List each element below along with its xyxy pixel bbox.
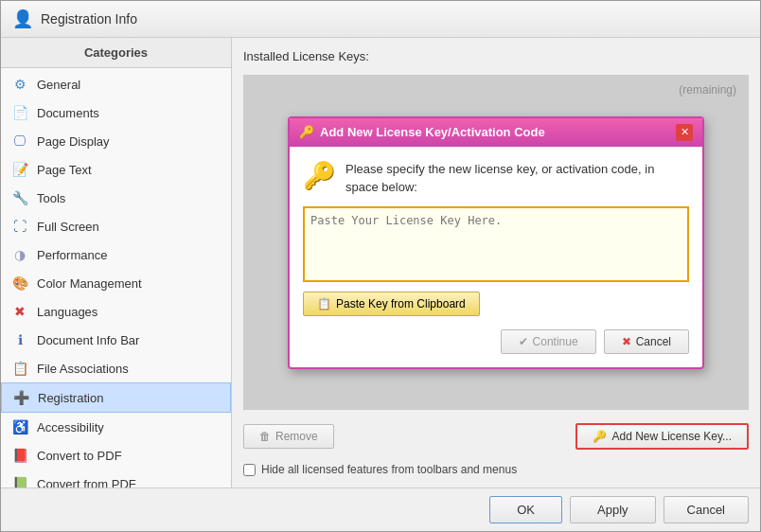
add-license-dialog: 🔑 Add New License Key/Activation Code ✕ … xyxy=(288,116,704,369)
sidebar-item-languages[interactable]: ✖Languages xyxy=(1,297,231,326)
registration-icon: ➕ xyxy=(11,388,30,407)
add-license-button[interactable]: 🔑 Add New License Key... xyxy=(575,423,749,450)
modal-title-icon: 🔑 xyxy=(299,125,314,139)
dialog-title: Registration Info xyxy=(41,11,137,27)
remove-button[interactable]: 🗑 Remove xyxy=(243,424,334,449)
license-key-input[interactable] xyxy=(303,206,689,282)
sidebar-item-label-general: General xyxy=(37,78,80,92)
sidebar-item-label-document-info-bar: Document Info Bar xyxy=(37,333,139,347)
sidebar-item-registration[interactable]: ➕Registration xyxy=(1,382,231,413)
accessibility-icon: ♿ xyxy=(10,417,29,436)
sidebar-item-label-documents: Documents xyxy=(37,106,99,120)
languages-icon: ✖ xyxy=(10,302,29,321)
modal-cancel-button[interactable]: ✖ Cancel xyxy=(604,329,689,354)
sidebar-item-label-page-text: Page Text xyxy=(37,163,92,177)
page-display-icon: 🖵 xyxy=(10,132,29,151)
tools-icon: 🔧 xyxy=(10,188,29,207)
main-dialog: 👤 Registration Info Categories ⚙General📄… xyxy=(0,0,761,532)
sidebar-item-convert-to-pdf[interactable]: 📕Convert to PDF xyxy=(1,441,231,470)
sidebar-item-label-tools: Tools xyxy=(37,191,65,205)
sidebar-item-label-page-display: Page Display xyxy=(37,134,110,149)
main-content: Installed License Keys: (remaining) 🔑 Ad… xyxy=(232,38,760,488)
hide-features-checkbox[interactable] xyxy=(243,464,256,476)
dialog-header: 👤 Registration Info xyxy=(1,1,760,38)
sidebar-list: ⚙General📄Documents🖵Page Display📝Page Tex… xyxy=(1,68,231,488)
add-key-icon: 🔑 xyxy=(593,430,607,443)
apply-button[interactable]: Apply xyxy=(570,496,656,523)
sidebar-item-file-associations[interactable]: 📋File Associations xyxy=(1,354,231,382)
dialog-body: Categories ⚙General📄Documents🖵Page Displ… xyxy=(1,38,760,488)
page-text-icon: 📝 xyxy=(10,160,29,179)
sidebar-item-document-info-bar[interactable]: ℹDocument Info Bar xyxy=(1,326,231,354)
paste-from-clipboard-button[interactable]: 📋 Paste Key from Clipboard xyxy=(303,292,480,316)
convert-from-pdf-icon: 📗 xyxy=(10,474,29,488)
license-area: (remaining) 🔑 Add New License Key/Activa… xyxy=(243,75,749,410)
sidebar-item-accessibility[interactable]: ♿Accessibility xyxy=(1,413,231,441)
clipboard-icon: 📋 xyxy=(317,297,331,310)
modal-actions: ✔ Continue ✖ Cancel xyxy=(303,329,689,354)
modal-info-text: Please specify the new license key, or a… xyxy=(345,160,689,197)
sidebar-item-documents[interactable]: 📄Documents xyxy=(1,98,231,127)
general-icon: ⚙ xyxy=(10,75,29,94)
sidebar-item-page-display[interactable]: 🖵Page Display xyxy=(1,127,231,155)
sidebar-item-color-management[interactable]: 🎨Color Management xyxy=(1,269,231,297)
key-icon: 🔑 xyxy=(303,160,336,191)
modal-info-row: 🔑 Please specify the new license key, or… xyxy=(303,160,689,197)
performance-icon: ◑ xyxy=(10,245,29,264)
continue-label: Continue xyxy=(533,335,578,348)
modal-body: 🔑 Please specify the new license key, or… xyxy=(290,147,702,367)
color-management-icon: 🎨 xyxy=(10,274,29,293)
modal-titlebar: 🔑 Add New License Key/Activation Code ✕ xyxy=(290,118,702,147)
hide-features-row: Hide all licensed features from toolbars… xyxy=(243,463,749,476)
sidebar-item-label-convert-from-pdf: Convert from PDF xyxy=(37,477,136,488)
sidebar-item-label-languages: Languages xyxy=(37,305,97,319)
document-info-bar-icon: ℹ xyxy=(10,330,29,349)
sidebar-item-label-file-associations: File Associations xyxy=(37,362,129,376)
ok-button[interactable]: OK xyxy=(489,496,562,523)
header-icon: 👤 xyxy=(12,9,33,29)
full-screen-icon: ⛶ xyxy=(10,217,29,236)
add-license-label: Add New License Key... xyxy=(611,430,732,443)
installed-license-label: Installed License Keys: xyxy=(243,49,749,63)
sidebar-item-tools[interactable]: 🔧Tools xyxy=(1,184,231,212)
remove-icon: 🗑 xyxy=(259,430,271,443)
cancel-icon: ✖ xyxy=(622,335,631,348)
continue-button: ✔ Continue xyxy=(501,329,596,354)
modal-titlebar-left: 🔑 Add New License Key/Activation Code xyxy=(299,125,545,139)
remove-label: Remove xyxy=(275,430,318,443)
convert-to-pdf-icon: 📕 xyxy=(10,446,29,465)
sidebar-item-label-accessibility: Accessibility xyxy=(37,420,104,434)
cancel-button[interactable]: Cancel xyxy=(664,496,749,523)
sidebar: Categories ⚙General📄Documents🖵Page Displ… xyxy=(1,38,232,488)
sidebar-item-full-screen[interactable]: ⛶Full Screen xyxy=(1,212,231,240)
main-panel-bottom: 🗑 Remove 🔑 Add New License Key... xyxy=(243,417,749,455)
sidebar-item-label-color-management: Color Management xyxy=(37,276,142,291)
sidebar-item-convert-from-pdf[interactable]: 📗Convert from PDF xyxy=(1,470,231,488)
sidebar-header: Categories xyxy=(1,38,231,68)
paste-btn-label: Paste Key from Clipboard xyxy=(336,297,466,310)
sidebar-item-performance[interactable]: ◑Performance xyxy=(1,240,231,269)
sidebar-item-label-performance: Performance xyxy=(37,248,107,262)
registration-info-panel: Installed License Keys: (remaining) 🔑 Ad… xyxy=(243,49,749,476)
modal-cancel-label: Cancel xyxy=(636,335,671,348)
sidebar-item-label-convert-to-pdf: Convert to PDF xyxy=(37,449,122,463)
file-associations-icon: 📋 xyxy=(10,359,29,378)
modal-title-text: Add New License Key/Activation Code xyxy=(320,125,545,139)
hide-features-label: Hide all licensed features from toolbars… xyxy=(261,463,517,476)
modal-overlay: 🔑 Add New License Key/Activation Code ✕ … xyxy=(244,76,748,409)
dialog-footer: OK Apply Cancel xyxy=(1,488,760,531)
sidebar-item-label-full-screen: Full Screen xyxy=(37,220,99,234)
check-icon: ✔ xyxy=(519,335,528,348)
sidebar-item-label-registration: Registration xyxy=(38,391,103,405)
modal-close-button[interactable]: ✕ xyxy=(676,124,693,141)
sidebar-item-page-text[interactable]: 📝Page Text xyxy=(1,155,231,184)
documents-icon: 📄 xyxy=(10,103,29,122)
sidebar-item-general[interactable]: ⚙General xyxy=(1,70,231,98)
